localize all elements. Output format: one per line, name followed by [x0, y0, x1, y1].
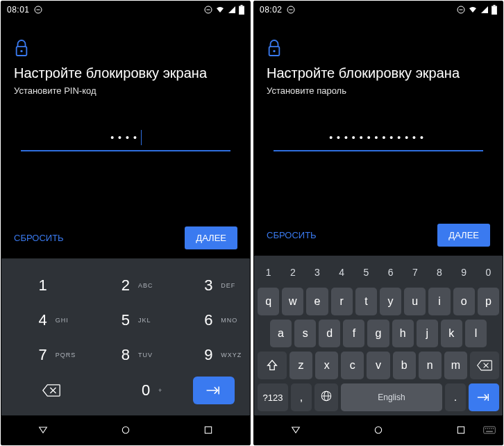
- key-7[interactable]: 7: [404, 261, 426, 283]
- phone-right: 08:02 Настройте блокировку экрана Устано…: [253, 1, 503, 445]
- key-t[interactable]: t: [355, 288, 377, 315]
- key-z[interactable]: z: [289, 352, 312, 379]
- shift-key[interactable]: [258, 352, 287, 379]
- symbols-key[interactable]: ?123: [258, 383, 288, 411]
- key-w[interactable]: w: [282, 288, 303, 315]
- key-j[interactable]: j: [417, 320, 438, 347]
- svg-rect-5: [239, 6, 244, 15]
- password-input[interactable]: •••••••••••••: [274, 125, 483, 151]
- pin-input[interactable]: ••••: [21, 125, 230, 151]
- enter-key[interactable]: [469, 383, 499, 411]
- backspace-key[interactable]: [470, 352, 499, 379]
- key-row-numbers: 1 2 3 4 5 6 7 8 9 0: [256, 261, 501, 283]
- key-k[interactable]: k: [441, 320, 462, 347]
- key-row-2: a s d f g h j k l: [256, 320, 501, 347]
- key-9[interactable]: 9: [453, 261, 475, 283]
- nav-recents[interactable]: [201, 422, 216, 438]
- status-time: 08:02: [260, 5, 283, 15]
- numkey-2[interactable]: 2ABC: [84, 268, 167, 303]
- numkey-8[interactable]: 8TUV: [84, 338, 167, 372]
- key-8[interactable]: 8: [428, 261, 450, 283]
- key-x[interactable]: x: [315, 352, 338, 379]
- nav-keyboard-switch[interactable]: [482, 422, 497, 438]
- key-b[interactable]: b: [393, 352, 416, 379]
- status-time: 08:01: [7, 5, 30, 15]
- nav-home[interactable]: [118, 422, 133, 438]
- key-r[interactable]: r: [331, 288, 353, 315]
- key-f[interactable]: f: [343, 320, 364, 347]
- status-bar: 08:01: [1, 1, 250, 18]
- language-key[interactable]: [314, 383, 338, 411]
- nav-back[interactable]: [35, 422, 51, 438]
- numkey-1[interactable]: 1: [1, 268, 84, 303]
- key-row-3: z x c v b n m: [256, 352, 501, 379]
- key-h[interactable]: h: [392, 320, 414, 347]
- numkey-0[interactable]: 0+: [99, 373, 193, 408]
- key-3[interactable]: 3: [306, 261, 328, 283]
- key-2[interactable]: 2: [282, 261, 303, 283]
- numkey-3[interactable]: 3DEF: [167, 268, 250, 303]
- key-e[interactable]: e: [306, 288, 328, 315]
- numkey-9[interactable]: 9WXYZ: [167, 338, 250, 372]
- key-l[interactable]: l: [465, 320, 487, 347]
- clear-button[interactable]: СБРОСИТЬ: [14, 226, 64, 250]
- comma-key[interactable]: ,: [291, 383, 312, 411]
- page-subtitle: Установите PIN-код: [14, 85, 237, 96]
- numkey-4[interactable]: 4GHI: [1, 303, 84, 338]
- clear-button[interactable]: СБРОСИТЬ: [267, 223, 317, 247]
- nav-recents[interactable]: [453, 422, 469, 438]
- numkey-7[interactable]: 7PQRS: [1, 338, 84, 372]
- key-n[interactable]: n: [419, 352, 442, 379]
- key-a[interactable]: a: [270, 320, 292, 347]
- svg-rect-32: [485, 428, 486, 429]
- navigation-bar: [1, 415, 250, 445]
- key-4[interactable]: 4: [331, 261, 353, 283]
- key-c[interactable]: c: [341, 352, 364, 379]
- signal-icon: [480, 6, 489, 14]
- page-title: Настройте блокировку экрана: [267, 65, 490, 81]
- phone-left: 08:01 Настройте блокировку экрана Устано…: [1, 1, 251, 445]
- content-area: Настройте блокировку экрана Установите п…: [254, 18, 503, 256]
- key-0[interactable]: 0: [478, 261, 499, 283]
- key-v[interactable]: v: [367, 352, 389, 379]
- key-d[interactable]: d: [319, 320, 340, 347]
- key-6[interactable]: 6: [380, 261, 401, 283]
- next-button[interactable]: ДАЛЕЕ: [185, 226, 237, 249]
- key-i[interactable]: i: [428, 288, 450, 315]
- next-button[interactable]: ДАЛЕЕ: [437, 224, 490, 247]
- key-q[interactable]: q: [258, 288, 279, 315]
- svg-point-29: [375, 427, 381, 433]
- svg-rect-30: [458, 427, 464, 433]
- page-subtitle: Установите пароль: [267, 85, 490, 96]
- svg-rect-31: [484, 427, 496, 433]
- password-mask: •••••••••••••: [329, 132, 428, 143]
- key-1[interactable]: 1: [258, 261, 279, 283]
- enter-key[interactable]: [193, 377, 235, 404]
- svg-rect-19: [492, 6, 497, 15]
- svg-rect-4: [240, 5, 242, 6]
- battery-icon: [492, 5, 497, 15]
- wifi-icon: [468, 6, 478, 14]
- wifi-icon: [215, 6, 225, 14]
- numkey-6[interactable]: 6MNO: [167, 303, 250, 338]
- nav-home[interactable]: [371, 422, 386, 438]
- period-key[interactable]: .: [445, 383, 466, 411]
- text-cursor: [141, 130, 142, 145]
- key-s[interactable]: s: [294, 320, 316, 347]
- lock-icon: [267, 39, 282, 57]
- do-not-disturb-icon: [287, 6, 295, 14]
- key-y[interactable]: y: [380, 288, 401, 315]
- key-g[interactable]: g: [367, 320, 389, 347]
- key-u[interactable]: u: [404, 288, 426, 315]
- key-5[interactable]: 5: [355, 261, 377, 283]
- key-p[interactable]: p: [478, 288, 499, 315]
- key-m[interactable]: m: [444, 352, 467, 379]
- numkey-5[interactable]: 5JKL: [84, 303, 167, 338]
- backspace-key[interactable]: [4, 373, 99, 408]
- space-key[interactable]: English: [341, 383, 442, 411]
- svg-rect-13: [205, 427, 212, 433]
- signal-icon: [228, 6, 236, 14]
- key-o[interactable]: o: [453, 288, 475, 315]
- nav-back[interactable]: [288, 422, 303, 438]
- action-row: СБРОСИТЬ ДАЛЕЕ: [14, 226, 237, 258]
